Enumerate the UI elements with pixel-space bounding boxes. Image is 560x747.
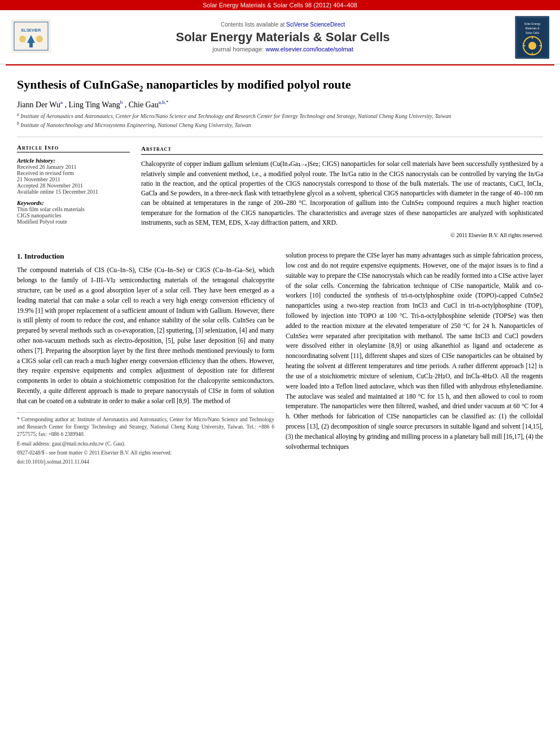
journal-title-large: Solar Energy Materials & Solar Cells bbox=[56, 30, 509, 45]
header-center: Contents lists available at SciVerse Sci… bbox=[56, 21, 509, 53]
journal-reference: Solar Energy Materials & Solar Cells 98 … bbox=[203, 2, 357, 8]
journal-identifier: Solar Energy Materials & Solar Cells 98 … bbox=[0, 0, 560, 10]
article-title: Synthesis of CuInGaSe2 nanoparticles by … bbox=[17, 77, 543, 95]
authors: Jiann Der Wua , Ling Ting Wangb , Chie G… bbox=[17, 99, 543, 110]
homepage-line: journal homepage: www.elsevier.com/locat… bbox=[56, 46, 509, 53]
article-history: Article history: Received 26 January 201… bbox=[17, 157, 130, 195]
homepage-link[interactable]: www.elsevier.com/locate/solmat bbox=[265, 46, 353, 53]
abstract-panel: Abstract Chalcopyrite of copper indium g… bbox=[141, 144, 543, 239]
journal-header: ELSEVIER Contents lists available at Sci… bbox=[0, 10, 560, 64]
section-1-title: 1. Introduction bbox=[17, 251, 274, 262]
elsevier-logo: ELSEVIER bbox=[11, 19, 51, 55]
svg-point-5 bbox=[19, 36, 26, 42]
sciverse-link[interactable]: SciVerse ScienceDirect bbox=[286, 21, 345, 28]
svg-rect-4 bbox=[29, 43, 33, 47]
body-col-right: solution process to prepare the CISe lay… bbox=[286, 251, 543, 468]
cover-svg: Solar Energy Materials & Solar Cells bbox=[515, 16, 549, 59]
svg-point-6 bbox=[36, 36, 43, 42]
svg-text:ELSEVIER: ELSEVIER bbox=[21, 28, 41, 32]
svg-text:Solar Energy: Solar Energy bbox=[524, 22, 541, 25]
issn-footnote: 0927-0248/$ - see front matter © 2011 El… bbox=[17, 449, 274, 457]
main-content: Synthesis of CuInGaSe2 nanoparticles by … bbox=[0, 65, 560, 479]
svg-text:Solar Cells: Solar Cells bbox=[526, 31, 540, 34]
copyright: © 2011 Elsevier B.V. All rights reserved… bbox=[141, 231, 543, 239]
article-info-heading: Article Info bbox=[17, 144, 130, 152]
intro-paragraph-1: The compound materials of CIS (Cu–In–S),… bbox=[17, 265, 274, 406]
email-footnote: E-mail address: gauc@mail.ncku.edu.tw (C… bbox=[17, 440, 274, 448]
doi-footnote: doi:10.1016/j.solmat.2011.11.044 bbox=[17, 458, 274, 466]
intro-paragraph-2: solution process to prepare the CISe lay… bbox=[286, 251, 543, 452]
svg-text:Materials &: Materials & bbox=[525, 27, 540, 30]
keywords: Keywords: Thin film solar cells material… bbox=[17, 199, 130, 225]
svg-point-17 bbox=[528, 42, 536, 50]
sciverse-line: Contents lists available at SciVerse Sci… bbox=[56, 21, 509, 28]
elsevier-svg: ELSEVIER bbox=[11, 19, 51, 53]
affiliation-a: a Institute of Aeronautics and Astronaut… bbox=[17, 112, 543, 119]
affiliations: a Institute of Aeronautics and Astronaut… bbox=[17, 112, 543, 128]
journal-cover-thumbnail: Solar Energy Materials & Solar Cells bbox=[515, 16, 549, 58]
footnotes: * Corresponding author at: Institute of … bbox=[17, 412, 274, 466]
affiliation-b: b Institute of Nanotechnology and Micros… bbox=[17, 121, 543, 128]
abstract-text: Chalcopyrite of copper indium gallium se… bbox=[141, 159, 543, 228]
article-info-abstract: Article Info Article history: Received 2… bbox=[17, 137, 543, 239]
body-col-left: 1. Introduction The compound materials o… bbox=[17, 251, 274, 468]
abstract-heading: Abstract bbox=[141, 144, 543, 155]
body-columns: 1. Introduction The compound materials o… bbox=[17, 251, 543, 468]
corresponding-footnote: * Corresponding author at: Institute of … bbox=[17, 416, 274, 439]
article-info-panel: Article Info Article history: Received 2… bbox=[17, 144, 130, 239]
